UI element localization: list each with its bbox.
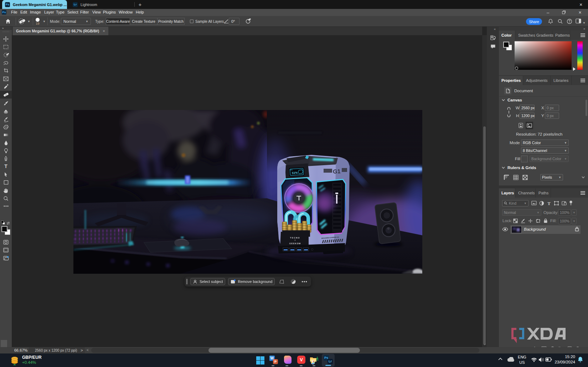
svg-text:GEEKOM: GEEKOM: [289, 242, 301, 245]
svg-text:GPU: GPU: [290, 169, 293, 171]
svg-text:TECNO: TECNO: [290, 237, 300, 239]
svg-text:51%: 51%: [292, 171, 298, 175]
svg-text:T: T: [547, 201, 551, 205]
svg-text:G1: G1: [333, 168, 341, 175]
svg-text:T: T: [4, 164, 7, 169]
